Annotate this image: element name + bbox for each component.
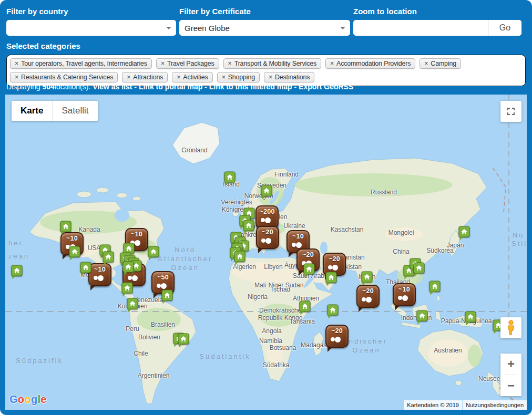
cluster-count-label: ~20 <box>326 327 347 335</box>
house-icon <box>419 313 426 319</box>
google-map-canvas[interactable]: GrönlandIslandFinnlandSchwedenNorwegenRu… <box>5 95 527 410</box>
location-count: 504 <box>42 82 54 91</box>
category-chip[interactable]: ×Camping <box>420 58 461 69</box>
export-georss-link[interactable]: Export GeoRSS <box>299 82 353 91</box>
category-chip[interactable]: ×Accommodation Providers <box>325 58 415 69</box>
cluster-dot-icon <box>98 275 104 281</box>
view-as-list-link[interactable]: View as list <box>93 82 132 91</box>
map-type-satellite-button[interactable]: Satellit <box>52 101 97 121</box>
terms-of-use-link[interactable]: Nutzungsbedingungen <box>463 400 527 410</box>
remove-icon[interactable]: × <box>15 60 18 67</box>
cluster-dot-icon <box>328 265 332 269</box>
house-marker[interactable] <box>465 312 476 323</box>
remove-icon[interactable]: × <box>177 74 180 81</box>
remove-icon[interactable]: × <box>15 74 18 81</box>
remove-icon[interactable]: × <box>161 60 165 67</box>
house-marker[interactable] <box>148 246 159 257</box>
house-marker[interactable] <box>300 301 311 312</box>
remove-icon[interactable]: × <box>424 60 428 67</box>
cluster-marker[interactable]: ~20 <box>325 325 349 348</box>
chevron-down-icon <box>166 27 171 29</box>
separator: - <box>292 82 299 91</box>
house-marker[interactable] <box>178 334 189 345</box>
cluster-count-label: ~20 <box>298 251 319 258</box>
category-chip[interactable]: ×Attractions <box>122 72 168 82</box>
house-icon <box>125 264 132 271</box>
link-to-filtered-map[interactable]: Link to this filtered map <box>209 82 292 91</box>
category-chip-label: Tour operators, Travel agents, Intermedi… <box>21 60 147 67</box>
cluster-dot-icon <box>261 218 265 222</box>
zoom-out-button[interactable]: − <box>500 375 521 396</box>
house-icon <box>129 300 136 307</box>
cluster-count-label: ~10 <box>62 235 83 242</box>
house-marker[interactable] <box>224 172 236 183</box>
cluster-marker[interactable]: ~20 <box>356 285 380 308</box>
house-marker[interactable] <box>304 264 315 275</box>
cluster-count-label: ~20 <box>357 287 378 295</box>
separator: - <box>202 82 209 91</box>
zoom-to-location-input[interactable] <box>353 20 488 36</box>
house-marker[interactable] <box>60 221 71 232</box>
house-icon <box>306 266 313 273</box>
link-to-portal-map[interactable]: Link to portal map <box>139 82 202 91</box>
cluster-marker[interactable]: ~10 <box>88 263 111 286</box>
house-marker[interactable] <box>122 283 133 294</box>
zoom-to-location-label: Zoom to location <box>353 7 521 16</box>
house-icon <box>180 336 187 343</box>
category-chip[interactable]: ×Travel Packages <box>156 58 219 69</box>
certificate-select[interactable]: Green Globe <box>179 20 350 36</box>
house-marker[interactable] <box>362 272 373 283</box>
fullscreen-button[interactable] <box>500 101 521 122</box>
house-icon <box>263 188 270 194</box>
category-chip-label: Travel Packages <box>167 60 214 67</box>
cluster-dot-icon <box>265 238 271 244</box>
house-marker[interactable] <box>326 272 337 283</box>
category-chip[interactable]: ×Activities <box>172 72 212 82</box>
certificate-select-value: Green Globe <box>185 24 230 33</box>
pegman-button[interactable] <box>500 317 521 338</box>
cluster-marker[interactable]: ~10 <box>393 283 416 306</box>
remove-icon[interactable]: × <box>127 74 130 81</box>
map-type-map-button[interactable]: Karte <box>12 101 52 121</box>
remove-icon[interactable]: × <box>330 60 334 67</box>
google-logo[interactable]: Google <box>9 393 47 406</box>
remove-icon[interactable]: × <box>269 74 272 81</box>
house-marker[interactable] <box>243 220 254 231</box>
category-chip[interactable]: ×Restaurants & Catering Services <box>10 72 118 82</box>
house-marker[interactable] <box>80 262 91 273</box>
house-marker[interactable] <box>261 185 272 196</box>
zoom-to-location-group: Go <box>353 20 521 36</box>
house-icon <box>14 267 21 274</box>
cluster-count-label: ~10 <box>394 286 415 293</box>
category-chip[interactable]: ×Destinations <box>264 72 314 82</box>
category-chip[interactable]: ×Shopping <box>217 72 260 82</box>
cluster-dot-icon <box>362 297 366 302</box>
remove-icon[interactable]: × <box>228 60 232 67</box>
house-marker[interactable] <box>12 265 23 276</box>
house-marker[interactable] <box>234 251 245 262</box>
house-marker[interactable] <box>414 263 425 274</box>
cluster-count-label: ~20 <box>257 229 278 236</box>
house-marker[interactable] <box>328 305 339 316</box>
zoom-in-button[interactable]: + <box>500 354 521 375</box>
go-button[interactable]: Go <box>488 20 521 36</box>
cluster-marker[interactable]: ~200 <box>255 205 279 229</box>
house-marker[interactable] <box>123 262 134 273</box>
category-chip[interactable]: ×Tour operators, Travel agents, Intermed… <box>10 58 152 69</box>
country-select[interactable] <box>6 20 176 36</box>
fullscreen-icon <box>507 107 515 116</box>
house-marker[interactable] <box>69 246 80 257</box>
remove-icon[interactable]: × <box>222 74 226 81</box>
map-attribution: Kartendaten © 2019 Nutzungsbedingungen <box>404 400 527 410</box>
house-marker[interactable] <box>103 252 114 263</box>
house-marker[interactable] <box>127 298 138 309</box>
filter-certificate: Filter by Certificate Green Globe <box>179 7 350 36</box>
house-marker[interactable] <box>459 226 470 237</box>
category-chip[interactable]: ×Transport & Mobility Services <box>223 58 321 69</box>
cluster-marker[interactable]: ~20 <box>256 226 279 249</box>
chevron-down-icon <box>340 27 345 29</box>
house-marker[interactable] <box>429 281 441 292</box>
house-marker[interactable] <box>162 290 173 301</box>
map-type-control: Karte Satellit <box>12 101 98 121</box>
house-marker[interactable] <box>417 310 428 321</box>
